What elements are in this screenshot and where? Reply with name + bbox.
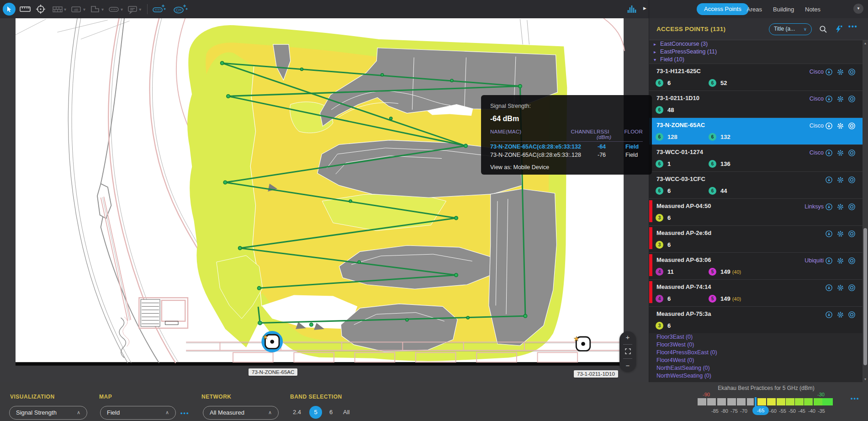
band-5[interactable]: 5: [309, 406, 322, 419]
target-icon[interactable]: [848, 95, 856, 103]
ap-tool-button[interactable]: ▾: [108, 4, 123, 15]
group-east-press-seating[interactable]: ▸EastPressSeating (11): [649, 48, 863, 56]
visualization-dropdown[interactable]: Signal Strength∧: [9, 406, 87, 420]
tab-notes[interactable]: Notes: [805, 4, 820, 15]
target-icon[interactable]: [848, 203, 856, 211]
wifi-gen-icon: 6: [709, 187, 716, 195]
gear-icon[interactable]: [836, 230, 844, 238]
target-icon[interactable]: [848, 230, 856, 238]
band-6[interactable]: 6: [329, 406, 333, 419]
target-icon[interactable]: [848, 122, 856, 130]
sidebar-collapse-button[interactable]: ▼: [853, 4, 863, 14]
locate-icon[interactable]: [825, 284, 833, 292]
ap-vendor: Cisco: [810, 123, 824, 129]
zoom-out-button[interactable]: −: [626, 362, 630, 369]
locate-icon[interactable]: [825, 311, 833, 319]
group-floor4pressboxeast[interactable]: Floor4PressBoxEast (0): [649, 349, 863, 357]
ap-row-measured[interactable]: Measured AP-74:14 46 5149(40): [649, 279, 863, 306]
locate-icon[interactable]: [825, 257, 833, 265]
ap-row[interactable]: 73-1-H121-625C Cisco 66 652: [649, 64, 863, 91]
gear-icon[interactable]: [836, 284, 844, 292]
group-floor3west[interactable]: Floor3West (0): [649, 341, 863, 349]
ap-row-measured[interactable]: Measured AP-2e:6d 36: [649, 225, 863, 252]
target-icon[interactable]: [848, 68, 856, 76]
locate-icon[interactable]: [825, 230, 833, 238]
ap-row-measured[interactable]: Measured AP-63:06 Ubiquiti 411 5149(40): [649, 252, 863, 279]
ap-row-selected[interactable]: 73-N-ZONE-65AC Cisco 6128 6132: [649, 117, 863, 144]
gear-icon[interactable]: [836, 311, 844, 319]
ap-row-measured[interactable]: Measured AP-04:50 Linksys 36: [649, 198, 863, 225]
map-dropdown[interactable]: Field∧: [100, 406, 176, 420]
col-channel: CHANNEL: [571, 129, 597, 140]
crosshair-tool-button[interactable]: [35, 4, 46, 15]
wall-tool-button[interactable]: ▾: [52, 4, 66, 15]
tab-access-points[interactable]: Access Points: [697, 3, 749, 15]
group-floor3east[interactable]: Floor3East (0): [649, 333, 863, 341]
locate-icon[interactable]: [825, 95, 833, 103]
gear-icon[interactable]: [836, 149, 844, 157]
ap-row[interactable]: 73-WCC-03-1CFC 66 644: [649, 171, 863, 198]
gear-icon[interactable]: [836, 68, 844, 76]
more-options-button[interactable]: •••: [848, 23, 858, 30]
group-northwestseating[interactable]: NorthWestSeating (0): [649, 372, 863, 380]
gear-icon[interactable]: [836, 203, 844, 211]
group-east-concourse[interactable]: ▸EastConcourse (3): [649, 40, 863, 48]
scroll-up-icon[interactable]: ▴: [863, 41, 868, 45]
visualization-label: VISUALIZATION: [10, 394, 55, 400]
tab-building[interactable]: Building: [773, 4, 794, 15]
target-icon[interactable]: [848, 149, 856, 157]
note-tool-button[interactable]: ▾: [127, 4, 141, 15]
group-floor4west[interactable]: Floor4West (0): [649, 357, 863, 364]
threshold-pill[interactable]: -65: [752, 406, 769, 415]
scrollbar-thumb[interactable]: [863, 228, 867, 365]
scroll-down-icon[interactable]: ▾: [863, 377, 868, 381]
group-northeastseating[interactable]: NorthEastSeating (0): [649, 364, 863, 372]
ap-marker[interactable]: ★: [574, 335, 590, 351]
locate-icon[interactable]: [825, 68, 833, 76]
target-icon[interactable]: [848, 284, 856, 292]
histogram-button[interactable]: [627, 4, 638, 16]
zoom-in-button[interactable]: +: [626, 334, 630, 341]
group-field[interactable]: ▾Field (10): [649, 56, 863, 64]
ruler-tool-button[interactable]: [19, 4, 31, 15]
cursor-tool-button[interactable]: [3, 3, 16, 16]
locate-icon[interactable]: [825, 149, 833, 157]
gear-icon[interactable]: [836, 176, 844, 184]
ap-row[interactable]: 73-1-0211-1D10 Cisco 648: [649, 91, 863, 117]
auto-place-ap-button[interactable]: [152, 3, 166, 15]
floor-plan-canvas[interactable]: ★ ★: [0, 18, 649, 382]
ap-row-measured[interactable]: Measured AP-75:3a 36: [649, 306, 863, 333]
locate-icon[interactable]: [825, 122, 833, 130]
band-2-4[interactable]: 2.4: [293, 406, 301, 419]
panel-collapse-arrow[interactable]: ▶: [643, 6, 646, 11]
gear-icon[interactable]: [836, 257, 844, 265]
map-more-button[interactable]: •••: [180, 410, 190, 416]
gear-icon[interactable]: [836, 95, 844, 103]
search-button[interactable]: [819, 25, 827, 35]
target-icon[interactable]: [848, 257, 856, 265]
wifi-gen-icon: 3: [656, 241, 663, 249]
locate-icon[interactable]: [825, 203, 833, 211]
auto-channel-button[interactable]: CH: [173, 3, 188, 15]
sidebar-scrollbar[interactable]: ▴ ▾: [863, 40, 868, 382]
tooltip-view-as[interactable]: View as: Mobile Device: [490, 164, 643, 171]
tooltip-label: Signal Strength:: [490, 103, 643, 109]
tab-areas[interactable]: Areas: [746, 4, 762, 15]
target-icon[interactable]: [848, 176, 856, 184]
locate-icon[interactable]: [825, 176, 833, 184]
band-all[interactable]: All: [343, 406, 349, 419]
optimize-button[interactable]: [835, 25, 843, 35]
ap-row[interactable]: 73-WCC-01-1274 Cisco 61 6136: [649, 144, 863, 171]
ap-marker-selected[interactable]: ★: [263, 332, 281, 351]
attenuation-tool-button[interactable]: dB ▾: [70, 4, 85, 15]
radio-badge: 66: [656, 187, 709, 195]
zone-tool-button[interactable]: ▾: [90, 4, 104, 15]
fit-screen-button[interactable]: [625, 348, 631, 355]
network-dropdown[interactable]: All Measured∧: [203, 406, 279, 420]
tooltip-row: 73-N-ZONE-65AC(c8:28:e5:33:5 132 -64 Fie…: [490, 144, 643, 150]
legend-more-button[interactable]: •••: [851, 395, 860, 402]
sort-dropdown[interactable]: Title (a...∨: [769, 23, 812, 35]
ap-vendor: Cisco: [810, 96, 824, 102]
gear-icon[interactable]: [836, 122, 844, 130]
target-icon[interactable]: [848, 311, 856, 319]
